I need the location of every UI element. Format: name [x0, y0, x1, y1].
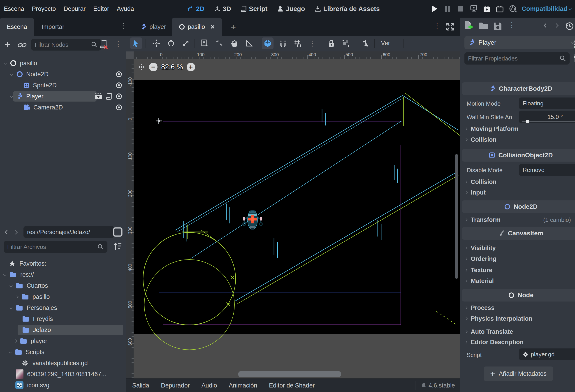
tree-row-sprite2d[interactable]: Sprite2D	[0, 80, 126, 91]
scene-tab-pasillo[interactable]: pasillo	[172, 18, 222, 36]
instance-scene-icon[interactable]	[18, 41, 27, 49]
play-custom-scene-button[interactable]	[495, 4, 505, 14]
mode-2d-button[interactable]: 2D	[184, 5, 208, 13]
menu-ayuda[interactable]: Ayuda	[113, 5, 138, 12]
rotate-tool-button[interactable]	[165, 37, 177, 49]
pause-button[interactable]	[442, 4, 453, 14]
inspector-back-icon[interactable]	[544, 23, 548, 28]
collapse-icon[interactable]	[10, 73, 13, 76]
collapse-icon[interactable]	[4, 62, 7, 65]
menu-depurar[interactable]: Depurar	[60, 5, 90, 12]
detach-script-icon[interactable]	[99, 40, 108, 50]
movie-maker-button[interactable]	[508, 4, 518, 14]
fs-favorites-row[interactable]: Favoritos:	[0, 258, 126, 269]
section-characterbody2d[interactable]: CharacterBody2D	[462, 82, 575, 95]
tree-row-camera2d[interactable]: Camera2D	[0, 102, 126, 113]
scale-tool-button[interactable]	[180, 37, 192, 49]
section-collisionobject2d[interactable]: CollisionObject2D	[462, 149, 575, 162]
scene-tabs-menu-icon[interactable]: ⋮	[434, 22, 440, 29]
snap-menu-icon[interactable]: ⋮	[307, 37, 318, 49]
move-tool-button[interactable]	[150, 37, 162, 49]
tab-importar[interactable]: Importar	[35, 18, 71, 36]
fs-row-image-file[interactable]: 600391299_140370811467...	[0, 369, 126, 380]
fs-row-freydis[interactable]: Freydis	[0, 314, 126, 324]
h-scrollbar[interactable]	[238, 371, 341, 377]
skeleton-bone-button[interactable]	[360, 37, 372, 49]
zoom-in-button[interactable]: +	[187, 63, 195, 71]
fs-row-pasillo[interactable]: pasillo	[0, 291, 126, 302]
wall-min-slide-field[interactable]: 15.0 °	[519, 111, 575, 123]
center-view-icon[interactable]	[138, 63, 145, 71]
scene-tab-player[interactable]: player	[134, 18, 173, 36]
grid-snap-button[interactable]	[277, 37, 289, 49]
scene-dock-menu-icon[interactable]: ⋮	[120, 22, 127, 29]
scene-tree-menu-icon[interactable]: ⋮	[115, 40, 122, 48]
group-transform[interactable]: Transform (1 cambio)	[465, 215, 571, 225]
fs-row-cuartos[interactable]: Cuartos	[0, 280, 126, 291]
add-metadata-button[interactable]: + Añadir Metadatos	[484, 367, 553, 381]
property-tools-icon[interactable]	[573, 53, 575, 63]
motion-mode-dropdown[interactable]: Floating	[519, 98, 575, 109]
tree-row-player[interactable]: Player	[0, 91, 126, 102]
lock-object-button[interactable]	[325, 37, 337, 49]
filter-nodes-input[interactable]: Filtrar Nodos	[31, 39, 101, 50]
menu-editor[interactable]: Editor	[89, 5, 113, 12]
fs-path-field[interactable]: res://Personajes/Jefazo/	[24, 226, 114, 238]
filter-files-input[interactable]: Filtrar Archivos	[4, 241, 107, 253]
history-icon[interactable]	[565, 21, 574, 31]
fs-row-personajes[interactable]: Personajes	[0, 302, 126, 313]
resource-menu-icon[interactable]: ⋮	[508, 21, 515, 29]
close-icon[interactable]	[210, 24, 215, 29]
script-icon[interactable]	[106, 93, 112, 100]
zoom-percentage[interactable]: 82.6 %	[161, 63, 183, 71]
group-collision[interactable]: Collision	[465, 135, 497, 145]
split-view-icon[interactable]	[113, 227, 123, 237]
tree-row-pasillo[interactable]: pasillo	[0, 58, 126, 69]
section-node[interactable]: Node	[462, 289, 575, 301]
script-dropdown[interactable]: player.gd	[519, 348, 575, 360]
new-scene-tab-button[interactable]: +	[231, 23, 236, 32]
zoom-out-button[interactable]: −	[149, 63, 158, 71]
visibility-eye-icon[interactable]	[115, 94, 123, 99]
pivot-tool-button[interactable]	[214, 37, 225, 49]
visibility-eye-icon[interactable]	[115, 104, 123, 110]
mode-3d-button[interactable]: 3D	[211, 5, 234, 13]
edited-node-selector[interactable]: Player	[464, 36, 575, 49]
save-icon[interactable]	[493, 22, 502, 31]
stop-button[interactable]	[455, 4, 466, 14]
disable-mode-dropdown[interactable]: Remove	[519, 164, 575, 176]
tree-row-node2d[interactable]: Node2D	[0, 69, 126, 80]
group-auto-translate[interactable]: Auto Translate	[465, 327, 513, 337]
play-remote-button[interactable]	[468, 4, 479, 14]
list-select-button[interactable]	[199, 37, 211, 49]
tab-escena[interactable]: Escena	[0, 18, 34, 36]
menu-escena[interactable]: Escena	[0, 5, 28, 12]
mode-juego-button[interactable]: Juego	[274, 5, 308, 13]
group-moving-platform[interactable]: Moving Platform	[465, 124, 519, 134]
view-menu-button[interactable]: Ver	[381, 40, 390, 47]
fs-row-icon-svg[interactable]: icon.svg	[0, 380, 126, 391]
visibility-eye-icon[interactable]	[115, 82, 123, 88]
panel-animacion[interactable]: Animación	[223, 382, 263, 389]
panel-audio[interactable]: Audio	[196, 382, 223, 389]
group-visibility[interactable]: Visibility	[465, 243, 496, 253]
ruler-tool-button[interactable]	[243, 37, 255, 49]
filter-properties-input[interactable]: Filtrar Propiedades	[464, 52, 570, 65]
panel-depurador[interactable]: Depurador	[155, 382, 196, 389]
pan-tool-button[interactable]	[228, 37, 240, 49]
renderer-dropdown[interactable]: Compatibilidad	[520, 5, 575, 12]
group-physics-interpolation[interactable]: Physics Interpolation	[465, 314, 532, 324]
fs-row-jefazo[interactable]: Jefazo	[0, 324, 126, 335]
group-object-button[interactable]	[340, 37, 352, 49]
fs-row-variablespublicas[interactable]: variablespublicas.gd	[0, 358, 126, 368]
play-button[interactable]	[429, 4, 440, 14]
panel-salida[interactable]: Salida	[126, 382, 155, 389]
fs-back-icon[interactable]	[5, 230, 9, 234]
group-texture[interactable]: Texture	[465, 265, 492, 275]
panel-editor-de-shader[interactable]: Editor de Shader	[263, 382, 321, 389]
group-input[interactable]: Input	[465, 188, 486, 197]
fs-row-res[interactable]: res://	[0, 269, 126, 280]
visibility-eye-icon[interactable]	[115, 71, 123, 77]
sort-files-icon[interactable]	[113, 242, 122, 251]
inspector-forward-icon[interactable]	[554, 23, 558, 28]
